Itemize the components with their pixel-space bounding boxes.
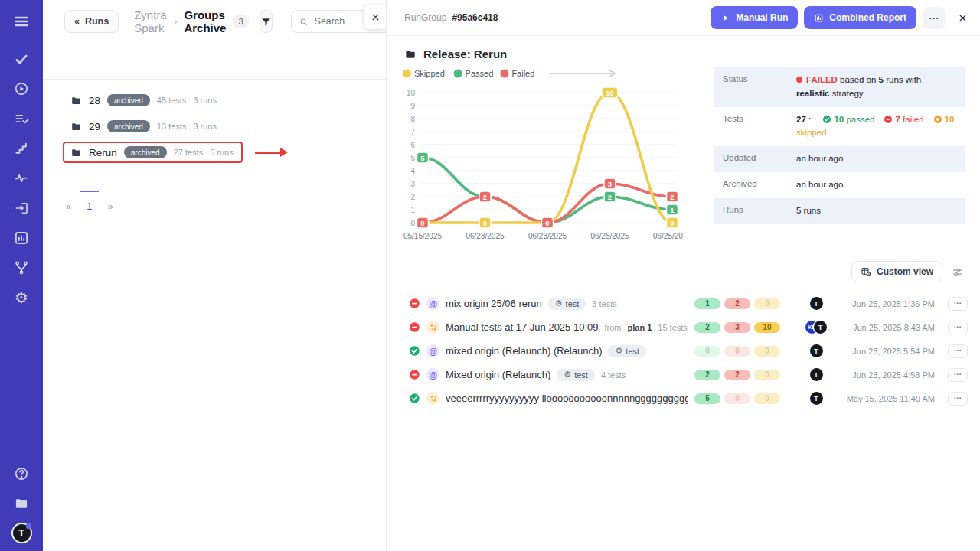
failed-dot-icon (796, 77, 802, 83)
groups-panel-header: « Runs Zyntra Spark › Groups Archive 3 (43, 0, 386, 43)
pulse-icon (14, 171, 29, 186)
tag-label: test (626, 347, 639, 356)
sidebar-item-settings[interactable]: ⚙ (6, 282, 37, 312)
search-icon (299, 17, 309, 27)
skipped-count-badge: 0 (754, 370, 780, 380)
sliders-icon[interactable] (952, 266, 963, 278)
custom-view-button[interactable]: Custom view (851, 261, 942, 282)
run-title: Mixed origin (Relaunch) (446, 369, 550, 380)
close-icon[interactable] (958, 13, 968, 23)
svg-text:6: 6 (410, 141, 415, 149)
sidebar-item-pulse[interactable] (6, 163, 37, 193)
avatar: T (814, 321, 827, 334)
sidebar-item-test-plans[interactable] (6, 103, 37, 133)
sidebar-item-import[interactable] (6, 193, 37, 223)
panel-close-button[interactable] (364, 5, 387, 29)
row-more-button[interactable]: ··· (948, 321, 968, 334)
run-tests-count: 3 tests (592, 299, 616, 308)
run-avatars: T (794, 392, 838, 405)
svg-text:Passed: Passed (466, 69, 494, 78)
pagination-current[interactable]: 1 (87, 201, 92, 212)
combined-report-button[interactable]: Combined Report (804, 6, 916, 29)
runs-icon (14, 81, 29, 96)
svg-text:5: 5 (410, 154, 415, 162)
info-row-updated: Updated an hour ago (714, 146, 965, 172)
tag-label: test (566, 299, 580, 308)
tests-separator: : (806, 115, 814, 124)
filter-button[interactable] (260, 10, 273, 33)
chart-column: Release: Rerun SkippedPassedFailed012345… (404, 47, 707, 253)
tag-pill: ⚙test (608, 345, 646, 357)
rungroup-type-label: RunGroup (404, 12, 446, 23)
run-row[interactable]: Manual tests at 17 Jun 2025 10:09frompla… (387, 315, 980, 339)
run-title: veeeerrrrryyyyyyyyyy llooooooooooonnnnng… (446, 393, 688, 404)
manual-run-icon (426, 392, 439, 405)
info-row-runs: Runs 5 runs (714, 198, 965, 224)
failed-count-badge: 3 (724, 322, 750, 333)
run-plan-link[interactable]: plan 1 (627, 323, 652, 332)
status-strategy: realistic (796, 89, 829, 98)
run-count-badges: 120 (694, 298, 780, 309)
group-tests-count: 45 tests (157, 96, 187, 105)
failed-count-badge: 2 (724, 298, 750, 309)
run-avatars: T (794, 368, 838, 381)
run-count-badges: 2310 (694, 322, 780, 333)
svg-text:Failed: Failed (511, 69, 534, 78)
runs-back-button[interactable]: « Runs (64, 10, 119, 33)
rungroup-title: Release: Rerun (404, 47, 707, 60)
svg-text:2: 2 (483, 193, 487, 201)
tests-skipped-count: 10 (945, 115, 955, 124)
sidebar-item-projects[interactable] (6, 488, 37, 518)
run-row[interactable]: @Mixed origin (Relaunch)⚙test4 tests220T… (387, 363, 980, 386)
custom-view-label: Custom view (877, 266, 933, 277)
run-row[interactable]: veeeerrrrryyyyyyyyyy llooooooooooonnnnng… (387, 386, 980, 410)
sidebar-item-steps[interactable] (6, 133, 37, 163)
row-more-button[interactable]: ··· (948, 392, 968, 406)
row-more-button[interactable]: ··· (948, 297, 968, 311)
group-name: Rerun (89, 147, 117, 158)
run-list-toolbar: Custom view (387, 261, 980, 282)
run-title: Manual tests at 17 Jun 2025 10:09 (446, 321, 598, 333)
row-more-button[interactable]: ··· (948, 344, 968, 358)
groups-panel: « Runs Zyntra Spark › Groups Archive 3 2… (43, 0, 387, 551)
gear-icon: ⚙ (564, 370, 571, 379)
run-count-badges: 500 (694, 393, 780, 404)
row-more-button[interactable]: ··· (948, 368, 968, 382)
info-label: Status (723, 73, 796, 101)
passed-count-badge: 1 (694, 298, 720, 309)
passed-count-badge: 2 (694, 370, 720, 380)
skipped-count-badge: 10 (754, 322, 780, 333)
breadcrumb-project[interactable]: Zyntra Spark (134, 8, 167, 34)
more-actions-button[interactable]: ··· (923, 7, 946, 29)
steps-icon (14, 141, 29, 156)
menu-icon[interactable] (6, 6, 37, 36)
sidebar-item-help[interactable] (6, 458, 37, 488)
manual-run-button[interactable]: Manual Run (710, 6, 798, 29)
tag-pill: ⚙test (557, 369, 595, 381)
group-row[interactable]: 29archived13 tests3 runs (43, 113, 386, 139)
results-line-chart: SkippedPassedFailed01234567891005/15/202… (392, 62, 683, 253)
sidebar-item-checks[interactable] (6, 44, 37, 73)
sidebar-item-runs[interactable] (6, 73, 37, 103)
group-row[interactable]: 28archived45 tests3 runs (43, 87, 386, 113)
svg-text:0: 0 (670, 219, 674, 227)
sidebar-item-analytics[interactable] (6, 223, 37, 253)
pagination: « 1 » (66, 201, 386, 212)
sidebar-item-branches[interactable] (6, 253, 37, 282)
combined-report-label: Combined Report (829, 12, 906, 23)
pagination-next[interactable]: » (107, 201, 113, 212)
run-row[interactable]: @mix origin 25/06 rerun⚙test3 tests120TJ… (387, 292, 980, 315)
info-row-archived: Archived an hour ago (714, 172, 965, 198)
info-row-tests: Tests 27 : 10 passed7 failed10 skipped (714, 107, 965, 147)
passed-count-badge: 5 (694, 393, 720, 404)
pagination-prev[interactable]: « (66, 201, 71, 212)
double-chevron-left-icon: « (74, 16, 80, 27)
user-avatar[interactable]: T (11, 523, 32, 543)
run-row[interactable]: @mixed origin (Relaunch) (Relaunch)⚙test… (387, 339, 980, 363)
app-sidebar: ⚙ T (0, 0, 43, 551)
folder-icon (404, 48, 416, 60)
group-name: 28 (89, 95, 100, 106)
svg-text:1: 1 (670, 206, 675, 214)
play-icon (720, 13, 730, 23)
group-row[interactable]: Rerunarchived27 tests5 runs (43, 139, 386, 165)
